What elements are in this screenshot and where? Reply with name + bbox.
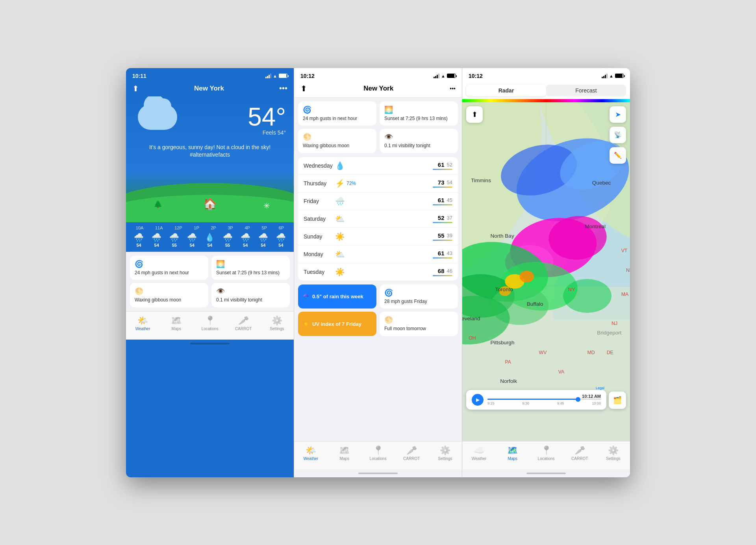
map-container[interactable]: Timmins North Bay Quebec Montreal Toront… (462, 102, 630, 441)
timeline-labels: 9:15 9:30 9:45 10:00 (487, 401, 601, 405)
tab-carrot-2[interactable]: 🥕 CARROT (395, 444, 428, 462)
maps-tab-label-2: Maps (340, 456, 349, 461)
tab-settings-3[interactable]: ⚙️ Settings (597, 444, 630, 462)
settings-tab-label: Settings (270, 327, 284, 331)
windmill-icon: ✳ (263, 201, 270, 211)
tab-weather-1[interactable]: 🌤️ Weather (126, 314, 159, 333)
svg-text:Buffalo: Buffalo (527, 301, 543, 307)
map-layers-button[interactable]: 🗂️ (609, 392, 626, 409)
forecast-day-fri: Friday (304, 198, 335, 204)
map-navigate-button[interactable]: ➤ (610, 106, 626, 123)
fc-eye-icon: 👁️ (384, 133, 453, 141)
svg-text:NJ: NJ (611, 320, 617, 326)
temperature-display: 54° Feels 54° (248, 104, 286, 136)
wifi-icon-1: ▲ (273, 74, 277, 78)
tab-locations-1[interactable]: 📍 Locations (193, 314, 226, 333)
carrot-tab-label-3: CARROT (571, 456, 588, 461)
svg-text:NY: NY (568, 286, 575, 292)
settings-tab-icon-2: ⚙️ (440, 445, 450, 456)
svg-text:VA: VA (558, 369, 565, 374)
maps-tab-icon: 🗺️ (171, 316, 182, 326)
home-indicator-3 (462, 469, 630, 477)
temperature-value: 54° (248, 104, 286, 129)
moon-text: Waxing gibbous moon (135, 297, 204, 303)
tab-weather-3[interactable]: ☁️ Weather (462, 444, 496, 462)
info-card-moon: 🌕 Waxing gibbous moon (130, 283, 208, 307)
tab-settings-2[interactable]: ⚙️ Settings (428, 444, 462, 462)
tab-locations-2[interactable]: 📍 Locations (361, 444, 395, 462)
svg-text:Cleveland: Cleveland (462, 315, 480, 321)
maps-tab-icon-2: 🗺️ (339, 445, 350, 456)
weather-tab-icon-3: ☁️ (474, 445, 484, 456)
fc-card-moon: 🌕 Waxing gibbous moon (298, 129, 376, 153)
forecast-temps-tue: 68 46 (433, 268, 452, 276)
tab-maps-2[interactable]: 🗺️ Maps (328, 444, 361, 462)
status-icons-3: ▲ (602, 74, 624, 78)
legal-text[interactable]: Legal (596, 386, 604, 390)
status-icons-2: ▲ (434, 74, 456, 78)
house-icon: 🏠 (203, 198, 217, 211)
tab-carrot-1[interactable]: 🥕 CARROT (227, 314, 260, 333)
locations-tab-label: Locations (202, 327, 219, 331)
hour-label: 3P (228, 225, 233, 230)
action-card-rain[interactable]: ☂️ 0.5" of rain this week (298, 285, 376, 309)
wifi-icon-3: ▲ (609, 74, 613, 78)
forecast-day-thu: Thursday (304, 180, 335, 187)
timeline-track[interactable] (487, 399, 601, 400)
signal-icon-1 (265, 74, 271, 78)
forecast-temps-mon: 61 43 (433, 250, 452, 259)
timeline-thumb[interactable] (576, 397, 580, 402)
hour-label: 4P (245, 225, 250, 230)
tab-maps-3[interactable]: 🗺️ Maps (496, 444, 529, 462)
tab-carrot-3[interactable]: 🥕 CARROT (563, 444, 597, 462)
share-icon-1[interactable]: ⬆ (132, 84, 139, 93)
fc-card-gusts: 🌀 24 mph gusts in next hour (298, 102, 376, 126)
forecast-top-cards: 🌀 24 mph gusts in next hour 🌅 Sunset at … (294, 98, 462, 157)
forecast-icon-fri: 🌧️ (335, 196, 345, 206)
sunset-text: Sunset at 7:25 (9 hrs 13 mins) (216, 270, 285, 276)
battery-icon-2 (447, 74, 456, 78)
status-time-2: 10:12 (300, 73, 315, 79)
svg-text:DE: DE (607, 349, 613, 355)
map-share-button[interactable]: ⬆ (466, 106, 483, 123)
svg-text:PA: PA (505, 359, 511, 365)
home-indicator-1 (126, 340, 294, 347)
wind-icon: 🌀 (135, 260, 143, 268)
screen-weather-main: 10:11 ▲ ⬆ New York ••• (126, 68, 294, 477)
share-icon-2[interactable]: ⬆ (300, 84, 307, 93)
weather-hero: 54° Feels 54° It's a gorgeous, sunny day… (126, 96, 294, 222)
timeline-bar[interactable]: 10:12 AM 9:15 9:30 9:45 10:00 (487, 394, 601, 405)
rain-action-text: 0.5" of rain this week (312, 294, 363, 299)
locations-tab-label-3: Locations (538, 456, 555, 461)
hour-label: 6P (279, 225, 284, 230)
timeline-label-3: 10:00 (592, 401, 601, 405)
more-icon-1[interactable]: ••• (279, 84, 287, 93)
forecast-scroll[interactable]: 🌀 24 mph gusts in next hour 🌅 Sunset at … (294, 98, 462, 441)
tab-weather-2[interactable]: 🌤️ Weather (294, 444, 328, 462)
map-signal-button[interactable]: 📡 (610, 127, 626, 143)
map-layers-icon: 🗂️ (613, 396, 622, 405)
moon-action-icon: 🌕 (384, 316, 393, 324)
radar-tab-forecast[interactable]: Forecast (546, 85, 626, 96)
action-card-uv[interactable]: ☀️ UV index of 7 Friday (298, 312, 376, 336)
play-button[interactable]: ▶ (472, 394, 484, 406)
fc-visibility-text: 0.1 mi visibility tonight (384, 143, 453, 149)
forecast-day-sat: Saturday (304, 216, 335, 222)
more-icon-2[interactable]: ••• (450, 85, 456, 92)
radar-tab-radar[interactable]: Radar (466, 85, 546, 96)
fc-card-sunset: 🌅 Sunset at 7:25 (9 hrs 13 mins) (380, 102, 458, 126)
forecast-row-tuesday: Tuesday ☀️ 68 46 (298, 263, 458, 281)
svg-text:MD: MD (587, 349, 595, 355)
visibility-text: 0.1 mi visibility tonight (216, 297, 285, 303)
map-navigate-icon: ➤ (615, 110, 621, 119)
tab-settings-1[interactable]: ⚙️ Settings (260, 314, 294, 333)
tab-maps-1[interactable]: 🗺️ Maps (159, 314, 193, 333)
wifi-icon-2: ▲ (441, 74, 445, 78)
settings-tab-label-2: Settings (438, 456, 452, 461)
city-title-2: New York (363, 85, 393, 92)
svg-text:MA: MA (621, 292, 629, 297)
maps-tab-label: Maps (172, 327, 181, 331)
map-eyedropper-button[interactable]: ✏️ (610, 147, 626, 164)
tab-locations-3[interactable]: 📍 Locations (529, 444, 563, 462)
forecast-icon-wed: 💧 (335, 161, 345, 170)
